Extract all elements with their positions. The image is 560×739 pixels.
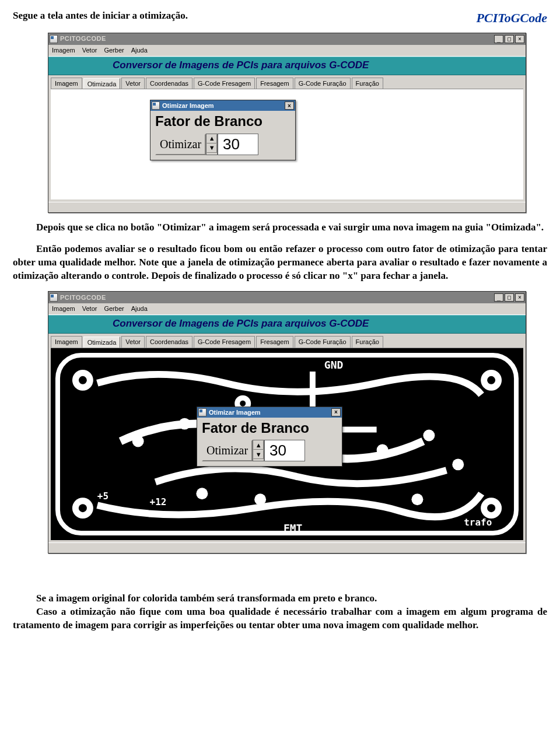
svg-point-5 xyxy=(487,376,495,384)
tab-furacao[interactable]: Furação xyxy=(352,336,383,348)
dialog-title-bar: Otimizar Imagem × xyxy=(150,100,295,111)
optimize-dialog: Otimizar Imagem × Fator de Branco Otimiz… xyxy=(150,100,296,160)
tab-imagem[interactable]: Imagem xyxy=(51,336,82,348)
pcb-label-fmt: FMT xyxy=(284,522,303,534)
spinner: ▲ ▼ xyxy=(206,134,218,155)
intro-text: Segue a tela antes de iniciar a otimizaç… xyxy=(13,9,188,23)
window-title: PCITOGCODE xyxy=(60,34,494,43)
menu-bar: Imagem Vetor Gerber Ajuda xyxy=(48,45,526,57)
svg-point-7 xyxy=(79,504,87,512)
app-name-header: PCIToGCode xyxy=(477,9,547,27)
paragraph-2: Então podemos avaliar se o resultado fic… xyxy=(13,243,547,283)
maximize-button[interactable]: □ xyxy=(505,293,514,302)
paragraph-1: Depois que se clica no botão "Otimizar" … xyxy=(13,221,547,234)
tab-row: Imagem Otimizada Vetor Coordenadas G-Cod… xyxy=(48,75,526,89)
content-area-pcb: GND +5 +12 FMT trafo Otimizar Imagem × F… xyxy=(51,348,523,540)
menu-item-ajuda[interactable]: Ajuda xyxy=(131,304,148,313)
minimize-button[interactable]: _ xyxy=(494,35,503,43)
minimize-button[interactable]: _ xyxy=(494,293,503,302)
title-bar: PCITOGCODE _ □ × xyxy=(48,292,526,303)
tab-fresagem[interactable]: Fresagem xyxy=(256,336,293,348)
tab-vetor[interactable]: Vetor xyxy=(121,78,145,89)
title-bar: PCITOGCODE _ □ × xyxy=(48,33,526,45)
banner-text: Conversor de Imagens de PCIs para arquiv… xyxy=(48,315,526,334)
tab-fresagem[interactable]: Fresagem xyxy=(256,78,293,89)
tab-gcode-furacao[interactable]: G-Code Furação xyxy=(295,336,351,348)
dialog-icon xyxy=(198,408,206,416)
menu-item-imagem[interactable]: Imagem xyxy=(52,304,75,313)
spinner-value[interactable]: 30 xyxy=(264,440,305,461)
close-button[interactable]: × xyxy=(515,293,524,302)
tab-gcode-furacao[interactable]: G-Code Furação xyxy=(295,78,351,89)
content-area: Otimizar Imagem × Fator de Branco Otimiz… xyxy=(51,89,523,199)
banner-text: Conversor de Imagens de PCIs para arquiv… xyxy=(48,57,526,75)
status-bar xyxy=(48,202,526,212)
menu-item-gerber[interactable]: Gerber xyxy=(104,46,124,55)
svg-point-13 xyxy=(240,401,246,407)
dialog-title: Otimizar Imagem xyxy=(209,408,331,417)
status-bar xyxy=(48,542,526,553)
close-button[interactable]: × xyxy=(515,35,524,43)
dialog-icon xyxy=(152,101,160,110)
menu-item-imagem[interactable]: Imagem xyxy=(52,46,75,55)
svg-point-18 xyxy=(452,458,464,470)
spin-down-button[interactable]: ▼ xyxy=(253,450,264,459)
window-title: PCITOGCODE xyxy=(60,293,494,302)
app-window-after: PCITOGCODE _ □ × Imagem Vetor Gerber Aju… xyxy=(48,291,526,554)
spin-up-button[interactable]: ▲ xyxy=(253,440,264,450)
svg-point-17 xyxy=(423,430,435,442)
pcb-label-p12: +12 xyxy=(150,496,167,507)
dialog-heading: Fator de Branco xyxy=(202,419,337,437)
tab-coordenadas[interactable]: Coordenadas xyxy=(146,78,192,89)
app-icon xyxy=(50,293,58,302)
tab-row: Imagem Otimizada Vetor Coordenadas G-Cod… xyxy=(48,334,526,348)
menu-item-ajuda[interactable]: Ajuda xyxy=(131,46,148,55)
svg-point-10 xyxy=(132,436,144,447)
optimize-dialog: Otimizar Imagem × Fator de Branco Otimiz… xyxy=(197,407,342,467)
svg-point-3 xyxy=(79,376,87,384)
tab-otimizada[interactable]: Otimizada xyxy=(83,78,121,90)
menu-bar: Imagem Vetor Gerber Ajuda xyxy=(48,303,526,315)
spin-down-button[interactable]: ▼ xyxy=(206,143,217,153)
maximize-button[interactable]: □ xyxy=(505,35,514,43)
dialog-title-bar: Otimizar Imagem × xyxy=(197,407,342,418)
spinner: ▲ ▼ xyxy=(253,440,264,461)
svg-point-16 xyxy=(377,444,388,456)
svg-point-19 xyxy=(411,493,423,505)
optimize-button[interactable]: Otimizar xyxy=(155,134,206,155)
dialog-title: Otimizar Imagem xyxy=(162,101,285,110)
spin-up-button[interactable]: ▲ xyxy=(206,134,217,143)
menu-item-vetor[interactable]: Vetor xyxy=(82,304,97,313)
svg-point-9 xyxy=(487,504,495,512)
tab-imagem[interactable]: Imagem xyxy=(51,78,82,89)
svg-point-11 xyxy=(178,418,190,430)
dialog-heading: Fator de Branco xyxy=(155,112,290,131)
menu-item-gerber[interactable]: Gerber xyxy=(104,304,124,313)
pcb-label-gnd: GND xyxy=(324,359,343,371)
app-icon xyxy=(50,35,58,43)
svg-point-21 xyxy=(254,493,266,505)
paragraph-3: Se a imagem original for colorida também… xyxy=(13,592,547,605)
pcb-label-p5: +5 xyxy=(97,491,108,502)
spinner-value[interactable]: 30 xyxy=(218,134,258,155)
pcb-label-trafo: trafo xyxy=(464,517,492,528)
app-window-before: PCITOGCODE _ □ × Imagem Vetor Gerber Aju… xyxy=(48,33,526,213)
tab-coordenadas[interactable]: Coordenadas xyxy=(146,336,192,348)
dialog-close-button[interactable]: × xyxy=(331,408,341,416)
tab-gcode-fresagem[interactable]: G-Code Fresagem xyxy=(194,336,255,348)
menu-item-vetor[interactable]: Vetor xyxy=(82,46,97,55)
tab-vetor[interactable]: Vetor xyxy=(121,336,145,348)
tab-gcode-fresagem[interactable]: G-Code Fresagem xyxy=(194,78,255,89)
tab-furacao[interactable]: Furação xyxy=(352,78,383,89)
dialog-close-button[interactable]: × xyxy=(285,101,294,110)
tab-otimizada[interactable]: Otimizada xyxy=(83,337,121,348)
optimize-button[interactable]: Otimizar xyxy=(202,440,253,461)
paragraph-4: Caso a otimização não fique com uma boa … xyxy=(13,605,547,632)
svg-point-20 xyxy=(196,488,208,499)
